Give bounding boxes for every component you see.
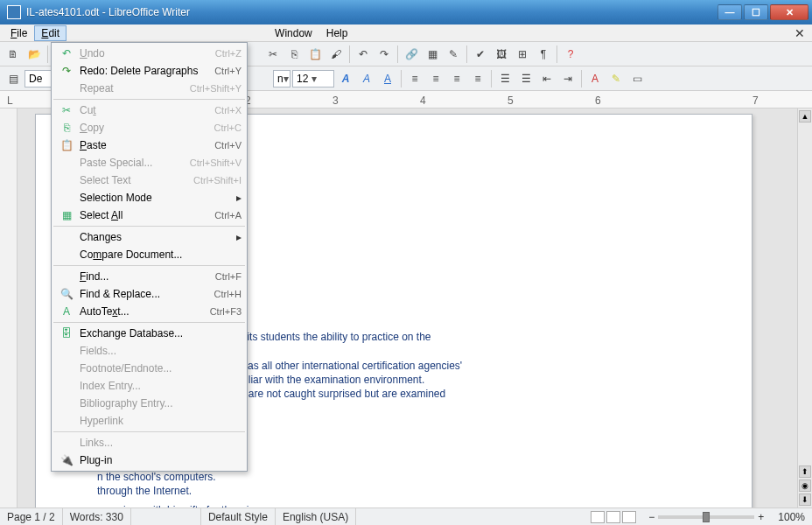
menu-links: Links... — [52, 434, 247, 452]
menu-paste[interactable]: 📋 Paste Ctrl+V — [52, 136, 247, 154]
menu-changes[interactable]: Changes ▸ — [52, 228, 247, 246]
copy-icon: ⎘ — [57, 122, 76, 134]
align-justify-icon[interactable]: ≡ — [468, 69, 487, 88]
styles-icon[interactable]: ▤ — [4, 69, 23, 88]
menu-exchange-database[interactable]: 🗄 Exchange Database... — [52, 325, 247, 342]
paragraph-style-value: De — [29, 73, 42, 85]
nonprinting-icon[interactable]: ¶ — [534, 45, 553, 64]
window-buttons: — ☐ ✕ — [718, 4, 808, 20]
redo-icon[interactable]: ↷ — [374, 45, 394, 64]
document-text: n the school's computers. — [97, 471, 216, 483]
background-color-icon[interactable]: ▭ — [627, 69, 647, 88]
gallery-icon[interactable]: 🖼 — [492, 45, 511, 64]
paste-icon: 📋 — [57, 139, 76, 151]
underline-icon[interactable]: A — [378, 69, 397, 88]
next-page-icon[interactable]: ⬇ — [799, 494, 811, 506]
font-size-value: 12 — [297, 73, 308, 85]
multi-page-icon[interactable] — [606, 511, 620, 523]
menu-select-all[interactable]: ▦ Select All Ctrl+A — [52, 206, 247, 224]
help-icon[interactable]: ? — [561, 45, 580, 64]
cut-icon[interactable]: ✂ — [263, 45, 283, 64]
drawing-icon[interactable]: ✎ — [444, 45, 463, 64]
menu-cut: ✂ Cut Ctrl+X — [52, 102, 247, 119]
select-all-icon: ▦ — [57, 209, 76, 221]
single-page-icon[interactable] — [591, 511, 605, 523]
menu-fields: Fields... — [52, 342, 247, 360]
find-replace-icon: 🔍 — [57, 288, 76, 300]
scroll-up-icon[interactable]: ▲ — [799, 110, 811, 122]
menu-selection-mode[interactable]: Selection Mode ▸ — [52, 189, 247, 206]
close-button[interactable]: ✕ — [770, 4, 808, 20]
font-name-combo[interactable]: n▾ — [273, 70, 290, 88]
database-icon: 🗄 — [57, 327, 76, 340]
paste-icon[interactable]: 📋 — [305, 45, 325, 64]
menu-repeat: Repeat Ctrl+Shift+Y — [52, 80, 247, 97]
document-text: through the Internet. — [97, 485, 192, 497]
menu-footnote: Footnote/Endnote... — [52, 360, 247, 377]
maximize-button[interactable]: ☐ — [744, 4, 768, 20]
open-icon[interactable]: 📂 — [24, 45, 44, 64]
menu-hyperlink: Hyperlink — [52, 412, 247, 430]
menu-plugin[interactable]: 🔌 Plug-in — [52, 452, 247, 469]
decrease-indent-icon[interactable]: ⇤ — [537, 69, 556, 88]
menu-find[interactable]: Find... Ctrl+F — [52, 268, 247, 285]
minimize-button[interactable]: — — [718, 4, 742, 20]
status-page[interactable]: Page 1 / 2 — [0, 508, 63, 525]
status-words[interactable]: Words: 330 — [63, 508, 131, 525]
status-language[interactable]: English (USA) — [276, 508, 356, 525]
menu-redo[interactable]: ↷ Redo: Delete Paragraphs Ctrl+Y — [52, 62, 247, 80]
nav-target-icon[interactable]: ◉ — [799, 480, 811, 492]
align-right-icon[interactable]: ≡ — [447, 69, 466, 88]
hyperlink-icon[interactable]: 🔗 — [402, 45, 421, 64]
edit-menu-dropdown: ↶ Undo Ctrl+Z ↷ Redo: Delete Paragraphs … — [51, 42, 248, 472]
status-bar: Page 1 / 2 Words: 330 Default Style Engl… — [0, 508, 812, 525]
menu-autotext[interactable]: A AutoText... Ctrl+F3 — [52, 303, 247, 320]
vertical-scrollbar[interactable]: ▲ ⬆ ◉ ⬇ — [797, 108, 812, 508]
redo-icon: ↷ — [57, 65, 76, 77]
format-paint-icon[interactable]: 🖌 — [326, 45, 346, 64]
view-layout-buttons — [585, 511, 641, 523]
align-left-icon[interactable]: ≡ — [405, 69, 424, 88]
vertical-ruler[interactable] — [0, 108, 18, 508]
menu-undo: ↶ Undo Ctrl+Z — [52, 45, 247, 62]
menu-help[interactable]: Help — [319, 25, 355, 41]
menu-bar: File Edit Window Help ✕ — [0, 24, 812, 42]
new-doc-icon[interactable]: 🗎 — [4, 45, 23, 64]
navigator-icon[interactable]: ⊞ — [513, 45, 532, 64]
plugin-icon: 🔌 — [57, 454, 76, 466]
prev-page-icon[interactable]: ⬆ — [799, 466, 811, 478]
font-size-combo[interactable]: 12▾ — [292, 70, 334, 88]
menu-edit[interactable]: Edit — [34, 25, 66, 41]
window-title: IL-ates4101.odt - LibreOffice Writer — [26, 6, 718, 18]
book-view-icon[interactable] — [622, 511, 636, 523]
highlight-icon[interactable]: ✎ — [606, 69, 626, 88]
app-icon — [7, 5, 21, 19]
bullet-list-icon[interactable]: ☰ — [516, 69, 536, 88]
italic-icon[interactable]: A — [357, 69, 376, 88]
font-color-icon[interactable]: A — [585, 69, 605, 88]
undo-icon[interactable]: ↶ — [354, 45, 373, 64]
undo-icon: ↶ — [57, 47, 76, 60]
status-zoom[interactable]: 100% — [771, 508, 812, 525]
zoom-in-icon[interactable]: + — [758, 511, 764, 523]
zoom-slider[interactable]: − + — [641, 511, 771, 523]
table-icon[interactable]: ▦ — [423, 45, 442, 64]
autotext-icon: A — [57, 305, 76, 318]
menu-file[interactable]: File — [4, 25, 34, 41]
menu-bibliography: Bibliography Entry... — [52, 395, 247, 412]
spellcheck-icon[interactable]: ✔ — [471, 45, 490, 64]
status-style[interactable]: Default Style — [201, 508, 276, 525]
menu-select-text: Select Text Ctrl+Shift+I — [52, 172, 247, 189]
menu-window[interactable]: Window — [268, 25, 319, 41]
menu-compare[interactable]: Compare Document... — [52, 246, 247, 263]
numbered-list-icon[interactable]: ☰ — [495, 69, 514, 88]
menu-index-entry: Index Entry... — [52, 377, 247, 395]
increase-indent-icon[interactable]: ⇥ — [558, 69, 578, 88]
menu-find-replace[interactable]: 🔍 Find & Replace... Ctrl+H — [52, 285, 247, 303]
bold-icon[interactable]: A — [336, 69, 355, 88]
align-center-icon[interactable]: ≡ — [426, 69, 445, 88]
zoom-out-icon[interactable]: − — [648, 511, 654, 523]
copy-icon[interactable]: ⎘ — [284, 45, 304, 64]
close-document-button[interactable]: ✕ — [791, 26, 808, 40]
document-text: ions with big gifts for the winners — [123, 504, 275, 508]
